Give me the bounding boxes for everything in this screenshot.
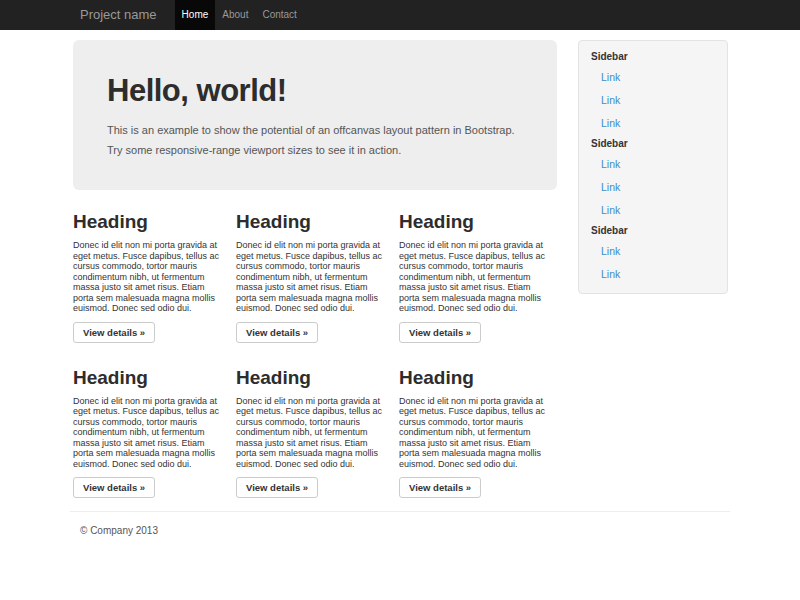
card-body-text: Donec id elit non mi porta gravida at eg… (73, 396, 220, 470)
card-heading: Heading (73, 210, 220, 234)
sidebar-header: Sidebar (591, 49, 719, 65)
nav-item-about: About (215, 0, 255, 30)
card-body-text: Donec id elit non mi porta gravida at eg… (236, 240, 383, 314)
feature-card-3: Heading Donec id elit non mi porta gravi… (396, 190, 559, 343)
sidebar: Sidebar Link Link Link Sidebar Link Link… (578, 40, 728, 294)
view-details-button[interactable]: View details » (236, 322, 318, 343)
copyright-text: © Company 2013 (80, 525, 730, 536)
sidebar-link-item: Link (591, 65, 719, 88)
card-body-text: Donec id elit non mi porta gravida at eg… (236, 396, 383, 470)
sidebar-link-item: Link (591, 88, 719, 111)
sidebar-link[interactable]: Link (591, 245, 620, 257)
view-details-button[interactable]: View details » (399, 322, 481, 343)
sidebar-link-item: Link (591, 239, 719, 262)
jumbotron-description: This is an example to show the potential… (107, 120, 523, 160)
card-body-text: Donec id elit non mi porta gravida at eg… (399, 396, 546, 470)
view-details-button[interactable]: View details » (73, 477, 155, 498)
page-container: Hello, world! This is an example to show… (70, 40, 730, 536)
page-title: Hello, world! (107, 72, 523, 110)
jumbotron: Hello, world! This is an example to show… (73, 40, 557, 190)
nav-link-contact[interactable]: Contact (255, 0, 303, 30)
sidebar-header: Sidebar (591, 223, 719, 239)
nav-item-contact: Contact (255, 0, 303, 30)
feature-card-5: Heading Donec id elit non mi porta gravi… (233, 346, 396, 499)
navbar: Project name Home About Contact (0, 0, 800, 30)
feature-card-6: Heading Donec id elit non mi porta gravi… (396, 346, 559, 499)
sidebar-link-item: Link (591, 262, 719, 285)
footer: © Company 2013 (70, 511, 730, 536)
nav-link-about[interactable]: About (215, 0, 255, 30)
sidebar-link[interactable]: Link (591, 158, 620, 170)
sidebar-panel: Sidebar Link Link Link Sidebar Link Link… (578, 40, 728, 294)
card-heading: Heading (73, 366, 220, 390)
sidebar-link[interactable]: Link (591, 117, 620, 129)
sidebar-header: Sidebar (591, 136, 719, 152)
sidebar-link-item: Link (591, 175, 719, 198)
view-details-button[interactable]: View details » (399, 477, 481, 498)
navbar-menu: Home About Contact (175, 0, 304, 30)
content-row: Hello, world! This is an example to show… (70, 40, 730, 501)
feature-cards-grid: Heading Donec id elit non mi porta gravi… (70, 190, 567, 501)
sidebar-link[interactable]: Link (591, 94, 620, 106)
sidebar-link[interactable]: Link (591, 268, 620, 280)
sidebar-link-item: Link (591, 198, 719, 221)
sidebar-link-item: Link (591, 111, 719, 134)
view-details-button[interactable]: View details » (236, 477, 318, 498)
sidebar-link[interactable]: Link (591, 204, 620, 216)
sidebar-link-item: Link (591, 152, 719, 175)
sidebar-link[interactable]: Link (591, 181, 620, 193)
feature-card-2: Heading Donec id elit non mi porta gravi… (233, 190, 396, 343)
card-heading: Heading (236, 366, 383, 390)
card-heading: Heading (399, 210, 546, 234)
feature-card-4: Heading Donec id elit non mi porta gravi… (70, 346, 233, 499)
card-heading: Heading (399, 366, 546, 390)
card-heading: Heading (236, 210, 383, 234)
card-body-text: Donec id elit non mi porta gravida at eg… (73, 240, 220, 314)
nav-link-home[interactable]: Home (175, 0, 216, 30)
footer-divider (70, 511, 730, 512)
card-body-text: Donec id elit non mi porta gravida at eg… (399, 240, 546, 314)
nav-item-home: Home (175, 0, 216, 30)
feature-card-1: Heading Donec id elit non mi porta gravi… (70, 190, 233, 343)
navbar-brand[interactable]: Project name (80, 0, 157, 30)
main-content: Hello, world! This is an example to show… (70, 40, 567, 501)
view-details-button[interactable]: View details » (73, 322, 155, 343)
sidebar-nav-list: Sidebar Link Link Link Sidebar Link Link… (591, 49, 719, 285)
sidebar-link[interactable]: Link (591, 71, 620, 83)
